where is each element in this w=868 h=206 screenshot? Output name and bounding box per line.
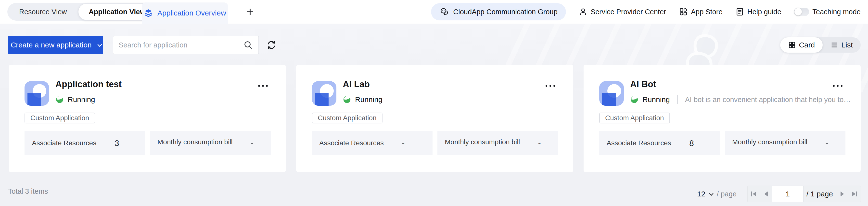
chat-bubbles-icon <box>439 7 449 17</box>
stat-label: Associate Resources <box>319 139 384 147</box>
stat-value: 8 <box>689 138 694 148</box>
person-icon <box>579 7 588 16</box>
application-icon <box>312 81 336 106</box>
document-icon <box>735 7 744 16</box>
create-application-label: Create a new application <box>10 41 91 49</box>
search-input[interactable] <box>119 41 243 49</box>
application-card[interactable]: AI Bot Running AI bot is an convenient a… <box>584 65 861 172</box>
stat-value: - <box>538 138 541 148</box>
search-box <box>113 36 259 54</box>
stat-value: 3 <box>115 138 119 148</box>
vertical-divider <box>677 95 678 104</box>
layers-icon <box>144 8 153 18</box>
application-icon <box>599 81 624 106</box>
app-store-button[interactable]: App Store <box>679 7 722 16</box>
stat-value: - <box>251 138 253 148</box>
stat-value: - <box>402 138 405 148</box>
pagination: 12 / page 1 / 1 page <box>697 186 861 202</box>
more-actions-button[interactable] <box>831 83 845 89</box>
app-store-label: App Store <box>691 8 722 16</box>
search-icon[interactable] <box>243 40 253 50</box>
help-guide-label: Help guide <box>747 8 781 16</box>
view-switch-list-label: List <box>841 41 853 49</box>
associate-resources-stat[interactable]: Associate Resources 8 <box>599 131 720 155</box>
status-row: Running AI bot is an convenient applicat… <box>630 95 851 104</box>
communication-group-label: CloudApp Communication Group <box>453 8 558 16</box>
total-items-label: Total 3 items <box>8 187 48 196</box>
status-row: Running <box>55 95 95 104</box>
per-page-label: / page <box>717 190 737 198</box>
view-switch-card-label: Card <box>799 41 815 49</box>
chevron-down-icon <box>709 191 714 196</box>
tab-application-overview[interactable]: Application Overview <box>142 2 228 24</box>
page-size-value: 12 <box>697 190 705 198</box>
status-label: Running <box>643 95 670 104</box>
status-label: Running <box>355 95 382 104</box>
monthly-bill-stat[interactable]: Monthly consumption bill - <box>150 131 271 155</box>
chevron-down-icon <box>97 42 102 47</box>
stat-label[interactable]: Monthly consumption bill <box>157 138 233 148</box>
application-type-tag: Custom Application <box>25 112 95 123</box>
view-toggle-resource[interactable]: Resource View <box>8 3 78 21</box>
application-card[interactable]: AI Lab Running Custom Application Associ… <box>296 65 573 172</box>
teaching-mode-label: Teaching mode <box>812 8 861 16</box>
more-actions-button[interactable] <box>543 83 558 89</box>
teaching-mode-control: Teaching mode <box>794 8 861 16</box>
create-application-button[interactable]: Create a new application <box>8 36 103 54</box>
status-row: Running <box>343 95 382 104</box>
prev-page-button[interactable] <box>760 186 772 202</box>
status-label: Running <box>68 95 95 104</box>
teaching-mode-toggle[interactable] <box>794 8 809 16</box>
stat-label[interactable]: Monthly consumption bill <box>445 138 520 148</box>
application-description: AI bot is an convenient application that… <box>685 96 851 104</box>
toggle-knob <box>795 8 802 16</box>
application-type-tag: Custom Application <box>599 112 670 123</box>
view-switch: Card List <box>780 37 861 53</box>
refresh-button[interactable] <box>265 38 278 52</box>
service-provider-center-button[interactable]: Service Provider Center <box>579 7 666 16</box>
stat-label: Associate Resources <box>607 139 671 147</box>
help-guide-button[interactable]: Help guide <box>735 7 781 16</box>
last-page-button[interactable] <box>848 186 861 202</box>
application-icon <box>25 81 49 106</box>
application-title[interactable]: AI Bot <box>630 79 656 89</box>
communication-group-button[interactable]: CloudApp Communication Group <box>431 3 566 20</box>
list-lines-icon <box>831 41 838 49</box>
application-title[interactable]: Application test <box>55 79 122 89</box>
next-page-button[interactable] <box>836 186 848 202</box>
running-status-icon <box>343 95 351 104</box>
stat-label: Associate Resources <box>32 139 96 147</box>
running-status-icon <box>630 95 639 104</box>
view-switch-list[interactable]: List <box>823 37 861 53</box>
monthly-bill-stat[interactable]: Monthly consumption bill - <box>725 131 845 155</box>
associate-resources-stat[interactable]: Associate Resources 3 <box>25 131 145 155</box>
running-status-icon <box>55 95 64 104</box>
view-toggle: Resource View Application View <box>7 3 156 21</box>
top-bar: Resource View Application View Applicati… <box>0 0 868 24</box>
application-type-tag: Custom Application <box>312 112 382 123</box>
first-page-button[interactable] <box>748 186 760 202</box>
add-tab-button[interactable]: + <box>242 0 259 24</box>
application-card[interactable]: Application test Running Custom Applicat… <box>9 65 286 172</box>
view-switch-card[interactable]: Card <box>780 37 823 53</box>
current-page-input[interactable]: 1 <box>772 186 804 202</box>
app-grid-icon <box>679 7 688 16</box>
application-title[interactable]: AI Lab <box>343 79 370 89</box>
main-content: Create a new application <box>0 24 868 206</box>
page-total-label: / 1 page <box>804 186 836 202</box>
top-actions: CloudApp Communication Group Service Pro… <box>431 3 861 20</box>
more-actions-button[interactable] <box>256 83 270 89</box>
pager-buttons: 1 / 1 page <box>747 186 861 202</box>
page-size-select[interactable]: 12 <box>697 190 712 198</box>
tab-label: Application Overview <box>157 9 226 17</box>
stat-value: - <box>826 138 828 148</box>
stat-label[interactable]: Monthly consumption bill <box>732 138 807 148</box>
service-provider-center-label: Service Provider Center <box>591 8 666 16</box>
associate-resources-stat[interactable]: Associate Resources - <box>312 131 433 155</box>
monthly-bill-stat[interactable]: Monthly consumption bill - <box>437 131 558 155</box>
card-grid-icon <box>788 41 796 49</box>
